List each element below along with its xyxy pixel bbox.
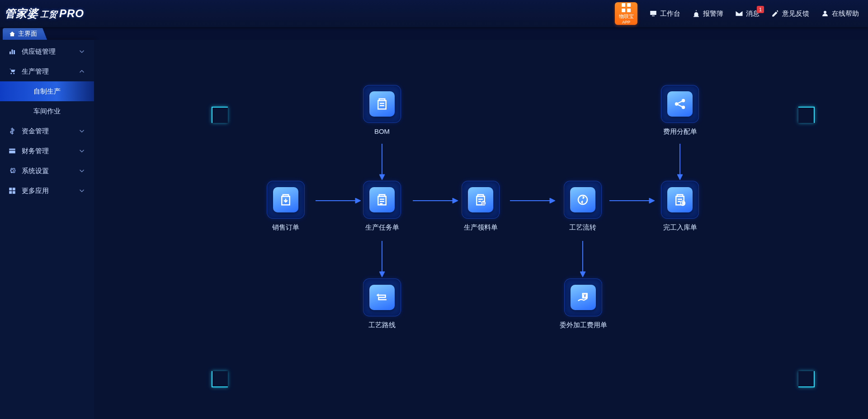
chevron-down-icon	[78, 127, 86, 135]
top-link-label: 在线帮助	[832, 9, 859, 18]
logo: 管家婆 工贸 PRO	[5, 6, 84, 21]
svg-text:¥: ¥	[583, 293, 586, 298]
main: 供应链管理 生产管理 自制生产 车间作业 资金管理 财务管理 系统设置	[0, 40, 868, 419]
chevron-up-icon	[78, 67, 86, 75]
top-link-alarms[interactable]: 报警簿	[692, 9, 723, 18]
mail-icon	[735, 9, 743, 18]
hand-yen-icon: ¥	[576, 291, 590, 304]
flow-node-outsource-fee[interactable]: ¥ 委外加工费用单	[559, 278, 608, 330]
clipboard-in-icon	[673, 193, 687, 207]
frame-corner	[212, 371, 228, 387]
navcat-more-apps[interactable]: 更多应用	[0, 181, 94, 201]
navsub-label: 车间作业	[33, 107, 61, 116]
navcat-production[interactable]: 生产管理	[0, 61, 94, 81]
arrow	[379, 144, 385, 180]
top-link-workbench[interactable]: 工作台	[649, 9, 680, 18]
flow-node-process-route[interactable]: 工艺路线	[362, 278, 402, 330]
arrow	[580, 241, 585, 277]
ledger-icon	[8, 147, 16, 155]
brand-suite: 工贸	[40, 9, 57, 20]
clipboard-download-icon	[279, 193, 292, 207]
svg-marker-15	[677, 174, 683, 180]
flow-node-bom[interactable]: BOM	[362, 85, 402, 135]
navcat-funds[interactable]: 资金管理	[0, 121, 94, 141]
flow-node-label: 生产领料单	[460, 223, 501, 232]
home-icon	[9, 31, 15, 37]
chart-icon	[8, 47, 16, 56]
app-download-badge[interactable]: 物联宝 APP	[615, 2, 637, 25]
flow-node-label: 工艺路线	[362, 321, 402, 330]
frame-corner	[798, 107, 815, 123]
user-icon	[821, 9, 829, 18]
navcat-label: 资金管理	[22, 127, 49, 136]
top-link-label: 报警簿	[703, 9, 723, 18]
navcat-label: 财务管理	[22, 147, 49, 155]
navcat-label: 供应链管理	[22, 47, 56, 56]
navcat-label: 系统设置	[22, 167, 49, 175]
topbar: 管家婆 工贸 PRO 物联宝 APP 工作台 报警簿 消息 1 意见反馈 在线帮…	[0, 0, 868, 27]
arrow	[510, 198, 555, 203]
top-link-messages[interactable]: 消息 1	[735, 9, 760, 18]
siren-icon	[692, 9, 700, 18]
svg-marker-13	[580, 272, 585, 277]
flow-node-label: 完工入库单	[660, 223, 700, 232]
brand-edition: PRO	[59, 7, 84, 20]
edit-icon	[771, 9, 779, 18]
top-link-help[interactable]: 在线帮助	[821, 9, 859, 18]
flow-node-prod-pick[interactable]: 领 生产领料单	[460, 181, 501, 232]
navcat-supply-chain[interactable]: 供应链管理	[0, 42, 94, 61]
navcat-settings[interactable]: 系统设置	[0, 161, 94, 181]
svg-marker-23	[377, 293, 379, 297]
clipboard-list-icon	[375, 193, 389, 207]
qr-icon	[622, 3, 631, 12]
frame-corner	[798, 371, 815, 387]
frame-corner	[212, 107, 228, 123]
chevron-down-icon	[78, 167, 86, 175]
chevron-down-icon	[78, 147, 86, 155]
navcat-finance[interactable]: 财务管理	[0, 141, 94, 161]
flow-node-label: 工艺流转	[562, 223, 603, 232]
sidebar: 供应链管理 生产管理 自制生产 车间作业 资金管理 财务管理 系统设置	[0, 40, 94, 419]
flow-node-finish-in[interactable]: 完工入库单	[660, 181, 700, 232]
app-badge-sub: APP	[622, 20, 630, 24]
app-badge-label: 物联宝	[619, 13, 634, 20]
flow-node-label: 委外加工费用单	[559, 321, 608, 330]
navsub-label: 自制生产	[33, 87, 61, 96]
navsub-workshop[interactable]: 车间作业	[0, 101, 94, 121]
flow-node-prod-task[interactable]: 生产任务单	[362, 181, 402, 232]
navcat-label: 生产管理	[22, 67, 49, 76]
arrow	[379, 241, 385, 277]
arrow	[413, 198, 458, 203]
gear-cycle-icon	[576, 193, 590, 207]
flow-node-sales-order[interactable]: 销售订单	[265, 181, 306, 232]
navcat-label: 更多应用	[22, 187, 49, 195]
flow-canvas: BOM 销售订单 生产任务单 领 生产领料单 工艺流转 完工入库单 费用分配单	[94, 40, 868, 419]
flow-node-label: BOM	[362, 127, 402, 135]
flow-node-process-flow[interactable]: 工艺流转	[562, 181, 603, 232]
cart-icon	[8, 67, 16, 75]
arrow	[677, 144, 683, 180]
svg-text:领: 领	[481, 202, 485, 206]
svg-marker-11	[379, 272, 385, 277]
top-link-label: 意见反馈	[782, 9, 809, 18]
tab-strip: 主界面	[0, 27, 868, 40]
flow-node-label: 费用分配单	[660, 127, 700, 136]
clipboard-icon	[375, 97, 389, 111]
top-link-feedback[interactable]: 意见反馈	[771, 9, 809, 18]
dollar-icon	[8, 127, 16, 135]
tab-main[interactable]: 主界面	[3, 28, 47, 40]
chevron-down-icon	[78, 47, 86, 56]
chevron-down-icon	[78, 187, 86, 195]
flow-node-label: 销售订单	[265, 223, 306, 232]
brand-name: 管家婆	[5, 6, 38, 21]
flow-node-expense-alloc[interactable]: 费用分配单	[660, 85, 700, 136]
top-link-label: 工作台	[660, 9, 680, 18]
tab-label: 主界面	[18, 30, 37, 38]
route-icon	[375, 291, 389, 304]
svg-marker-7	[550, 198, 555, 203]
flow-node-label: 生产任务单	[362, 223, 402, 232]
svg-marker-1	[379, 174, 385, 180]
navsub-self-production[interactable]: 自制生产	[0, 81, 94, 101]
share-icon	[673, 97, 687, 111]
monitor-icon	[649, 9, 657, 18]
